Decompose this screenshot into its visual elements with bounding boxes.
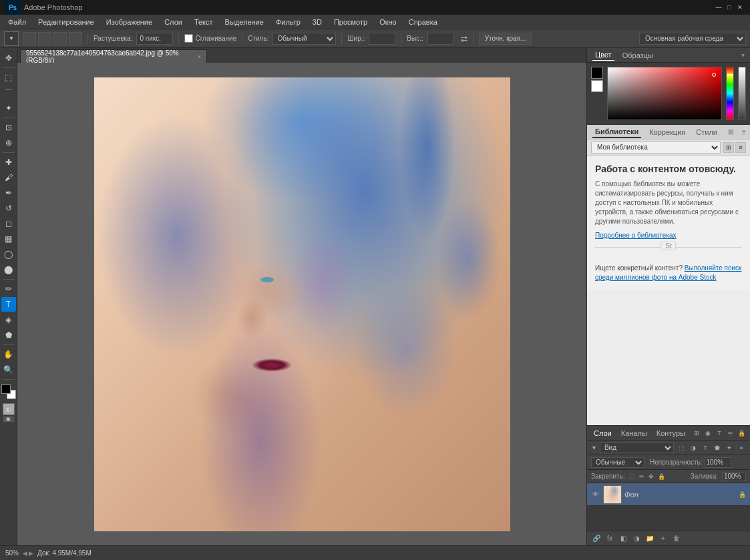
ellipse-marquee-btn[interactable]: [38, 32, 51, 45]
menu-window[interactable]: Окно: [374, 17, 402, 27]
new-group-btn[interactable]: 📁: [644, 533, 655, 544]
menu-layer[interactable]: Слои: [159, 17, 188, 27]
foreground-color-swatch[interactable]: [1, 384, 11, 394]
layer-row-fon[interactable]: 👁 Фон 🔒: [587, 483, 750, 506]
minimize-button[interactable]: —: [714, 3, 723, 12]
lib-learn-more-link[interactable]: Подробнее о библиотеках: [595, 232, 742, 239]
corrections-tab[interactable]: Коррекция: [646, 127, 688, 137]
workspace-select[interactable]: Основная рабочая среда: [639, 33, 746, 45]
gradient-tool[interactable]: ▦: [1, 232, 16, 246]
blur-tool[interactable]: ◯: [1, 247, 16, 262]
lib-menu-btn[interactable]: ≡: [739, 127, 749, 137]
feather-input[interactable]: [136, 33, 173, 45]
new-adjustment-btn[interactable]: ◑: [631, 533, 642, 544]
opacity-bar[interactable]: [738, 67, 746, 120]
history-brush-tool[interactable]: ↺: [1, 201, 16, 216]
text-tool[interactable]: T: [1, 297, 16, 312]
filter-smart-btn[interactable]: ✦: [725, 443, 734, 453]
background-swatch[interactable]: [591, 80, 603, 92]
antialiasing-checkbox[interactable]: [184, 34, 193, 43]
single-row-marquee-btn[interactable]: [53, 32, 67, 45]
blend-mode-select[interactable]: Обычные: [591, 457, 644, 468]
quick-mask-btn[interactable]: ◧: [3, 403, 15, 415]
hue-bar[interactable]: [726, 67, 734, 120]
layer-visibility-toggle[interactable]: 👁: [591, 490, 600, 499]
eraser-tool[interactable]: ◻: [1, 216, 16, 231]
swatches-tab[interactable]: Образцы: [620, 50, 656, 61]
layer-filter-select[interactable]: Вид: [600, 443, 674, 453]
library-select[interactable]: Моя библиотека: [591, 142, 721, 154]
zoom-tool[interactable]: 🔍: [1, 362, 16, 377]
color-tab[interactable]: Цвет: [592, 49, 614, 61]
hand-tool[interactable]: ✋: [1, 347, 16, 362]
marquee-tool[interactable]: ⬚: [1, 70, 16, 85]
brush-tool[interactable]: 🖌: [1, 170, 16, 185]
link-layers-btn[interactable]: 🔗: [591, 533, 602, 544]
magic-wand-tool[interactable]: ✦: [1, 101, 16, 115]
menu-view[interactable]: Просмотр: [329, 17, 373, 27]
clone-tool[interactable]: ✒: [1, 186, 16, 200]
next-btn[interactable]: ▶: [29, 550, 33, 557]
new-layer-btn[interactable]: +: [658, 533, 669, 544]
fill-input[interactable]: [722, 472, 746, 481]
pen-tool[interactable]: ✏: [1, 282, 16, 296]
libraries-tab[interactable]: Библиотеки: [592, 126, 641, 138]
add-style-btn[interactable]: fx: [604, 533, 615, 544]
lib-grid-view-btn[interactable]: ⊞: [725, 127, 736, 137]
single-col-marquee-btn[interactable]: [69, 32, 82, 45]
lasso-tool[interactable]: ⌒: [1, 85, 16, 100]
lock-position-btn[interactable]: ✥: [648, 473, 654, 480]
filter-shape-btn[interactable]: ⬟: [713, 443, 722, 453]
maximize-button[interactable]: □: [725, 3, 734, 12]
heal-tool[interactable]: ✚: [1, 155, 16, 170]
menu-image[interactable]: Изображение: [101, 17, 158, 27]
menu-select[interactable]: Выделение: [220, 17, 269, 27]
canvas-viewport[interactable]: [17, 63, 586, 545]
width-input[interactable]: [369, 33, 395, 45]
crop-tool[interactable]: ⊡: [1, 120, 16, 135]
color-swatches[interactable]: [1, 384, 16, 399]
filter-type-btn[interactable]: T: [701, 443, 710, 453]
layers-icon-btn-2[interactable]: ◉: [703, 429, 713, 438]
close-button[interactable]: ✕: [735, 3, 745, 12]
channels-tab[interactable]: Каналы: [618, 428, 650, 439]
layers-tab[interactable]: Слои: [591, 428, 614, 439]
lock-transparency-btn[interactable]: ⬚: [629, 473, 635, 480]
refine-edge-button[interactable]: Уточн. края...: [479, 33, 532, 45]
document-tab[interactable]: 9556524138c77a1e40504763cae6ab42.jpg @ 5…: [20, 49, 207, 63]
lock-pixels-btn[interactable]: ✏: [639, 473, 644, 480]
filter-toggle-btn[interactable]: ●: [737, 443, 746, 453]
delete-layer-btn[interactable]: 🗑: [671, 533, 682, 544]
layers-icon-btn-3[interactable]: T: [715, 429, 724, 438]
layers-icon-btn-5[interactable]: 🔒: [737, 429, 747, 438]
filter-pixel-btn[interactable]: ⬚: [677, 443, 686, 453]
prev-btn[interactable]: ◀: [23, 550, 27, 557]
lib-grid-btn[interactable]: ⊞: [723, 142, 734, 153]
eyedropper-tool[interactable]: ⊕: [1, 135, 16, 150]
layers-icon-btn-1[interactable]: ⊞: [692, 429, 701, 438]
menu-filter[interactable]: Фильтр: [270, 17, 306, 27]
foreground-swatch[interactable]: [591, 67, 603, 79]
tab-close-button[interactable]: ×: [198, 53, 201, 60]
screen-mode-btn[interactable]: ▣: [3, 416, 15, 423]
paths-tab[interactable]: Контуры: [654, 428, 688, 439]
menu-edit[interactable]: Редактирование: [33, 17, 100, 27]
style-select[interactable]: Обычный Ограниченный Задан размер: [272, 33, 336, 45]
color-gradient-picker[interactable]: [607, 67, 722, 120]
menu-help[interactable]: Справка: [403, 17, 443, 27]
height-input[interactable]: [427, 33, 454, 45]
lock-all-btn[interactable]: 🔒: [658, 473, 665, 480]
menu-file[interactable]: Файл: [3, 17, 31, 27]
color-panel-collapse[interactable]: ▾: [741, 51, 745, 59]
opacity-input[interactable]: [705, 457, 731, 468]
lib-list-btn[interactable]: ≡: [735, 142, 746, 153]
move-tool[interactable]: ✥: [1, 51, 16, 65]
layers-icon-btn-4[interactable]: ✏: [726, 429, 735, 438]
rect-marquee-btn[interactable]: [23, 32, 36, 45]
dodge-tool[interactable]: ⬤: [1, 262, 16, 277]
filter-adj-btn[interactable]: ◑: [689, 443, 698, 453]
path-tool[interactable]: ◈: [1, 312, 16, 327]
menu-3d[interactable]: 3D: [307, 17, 327, 27]
styles-tab[interactable]: Стили: [693, 127, 720, 137]
add-mask-btn[interactable]: ◧: [618, 533, 628, 544]
